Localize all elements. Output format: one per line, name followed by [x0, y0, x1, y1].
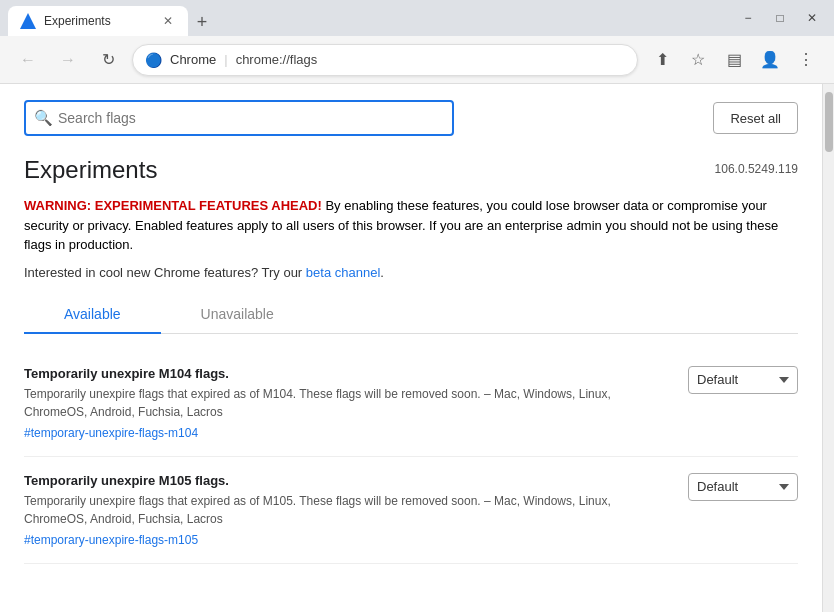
- tab-title: Experiments: [44, 14, 152, 28]
- reset-all-button[interactable]: Reset all: [713, 102, 798, 134]
- tab-available[interactable]: Available: [24, 296, 161, 334]
- scrollbar-thumb[interactable]: [825, 92, 833, 152]
- flag-item-m105: Temporarily unexpire M105 flags. Tempora…: [24, 457, 798, 564]
- flag-select-m105[interactable]: Default Enabled Disabled: [688, 473, 798, 501]
- url-text: chrome://flags: [236, 52, 318, 67]
- profile-button[interactable]: 👤: [754, 44, 786, 76]
- warning-bold-text: WARNING: EXPERIMENTAL FEATURES AHEAD!: [24, 198, 322, 213]
- title-bar: Experiments ✕ + − □ ✕: [0, 0, 834, 36]
- search-icon: 🔍: [34, 109, 53, 127]
- forward-button[interactable]: →: [52, 44, 84, 76]
- new-tab-button[interactable]: +: [188, 8, 216, 36]
- beta-channel-link[interactable]: beta channel: [306, 265, 380, 280]
- page-title: Experiments: [24, 156, 157, 184]
- address-bar[interactable]: 🔵 Chrome | chrome://flags: [132, 44, 638, 76]
- menu-button[interactable]: ⋮: [790, 44, 822, 76]
- window-controls: − □ ✕: [734, 4, 826, 32]
- tab-close-button[interactable]: ✕: [160, 13, 176, 29]
- close-button[interactable]: ✕: [798, 4, 826, 32]
- flag-control-m105: Default Enabled Disabled: [688, 473, 798, 501]
- scrollbar[interactable]: [822, 84, 834, 612]
- refresh-button[interactable]: ↻: [92, 44, 124, 76]
- tabs-bar: Available Unavailable: [24, 296, 798, 334]
- flag-content-m104: Temporarily unexpire M104 flags. Tempora…: [24, 366, 672, 440]
- back-button[interactable]: ←: [12, 44, 44, 76]
- flag-link-m105[interactable]: #temporary-unexpire-flags-m105: [24, 533, 198, 547]
- toolbar: ← → ↻ 🔵 Chrome | chrome://flags ⬆ ☆ ▤ 👤 …: [0, 36, 834, 84]
- flag-description-m105: Temporarily unexpire flags that expired …: [24, 492, 672, 528]
- flag-select-m104[interactable]: Default Enabled Disabled: [688, 366, 798, 394]
- experiments-header: Experiments 106.0.5249.119: [24, 156, 798, 184]
- flag-title-m105: Temporarily unexpire M105 flags.: [24, 473, 672, 488]
- cool-features-suffix: .: [380, 265, 384, 280]
- maximize-button[interactable]: □: [766, 4, 794, 32]
- flag-link-m104[interactable]: #temporary-unexpire-flags-m104: [24, 426, 198, 440]
- cool-features-text: Interested in cool new Chrome features? …: [24, 265, 798, 280]
- flag-title-m104: Temporarily unexpire M104 flags.: [24, 366, 672, 381]
- chrome-label: Chrome: [170, 52, 216, 67]
- search-input-wrapper: 🔍: [24, 100, 454, 136]
- main-content: 🔍 Reset all Experiments 106.0.5249.119 W…: [0, 84, 822, 612]
- flag-content-m105: Temporarily unexpire M105 flags. Tempora…: [24, 473, 672, 547]
- flag-description-m104: Temporarily unexpire flags that expired …: [24, 385, 672, 421]
- tab-unavailable[interactable]: Unavailable: [161, 296, 314, 334]
- share-button[interactable]: ⬆: [646, 44, 678, 76]
- minimize-button[interactable]: −: [734, 4, 762, 32]
- tab-area: Experiments ✕ +: [8, 0, 726, 36]
- search-flags-input[interactable]: [24, 100, 454, 136]
- chrome-tab-icon: [20, 13, 36, 29]
- warning-message: WARNING: EXPERIMENTAL FEATURES AHEAD! By…: [24, 196, 798, 255]
- security-icon: 🔵: [145, 52, 162, 68]
- version-text: 106.0.5249.119: [715, 162, 798, 176]
- toolbar-actions: ⬆ ☆ ▤ 👤 ⋮: [646, 44, 822, 76]
- search-bar-container: 🔍 Reset all: [24, 100, 798, 140]
- reader-mode-button[interactable]: ▤: [718, 44, 750, 76]
- cool-features-prefix: Interested in cool new Chrome features? …: [24, 265, 306, 280]
- address-separator: |: [224, 52, 227, 67]
- flag-control-m104: Default Enabled Disabled: [688, 366, 798, 394]
- bookmark-button[interactable]: ☆: [682, 44, 714, 76]
- page: 🔍 Reset all Experiments 106.0.5249.119 W…: [0, 84, 834, 612]
- active-tab[interactable]: Experiments ✕: [8, 6, 188, 36]
- flag-item-m104: Temporarily unexpire M104 flags. Tempora…: [24, 350, 798, 457]
